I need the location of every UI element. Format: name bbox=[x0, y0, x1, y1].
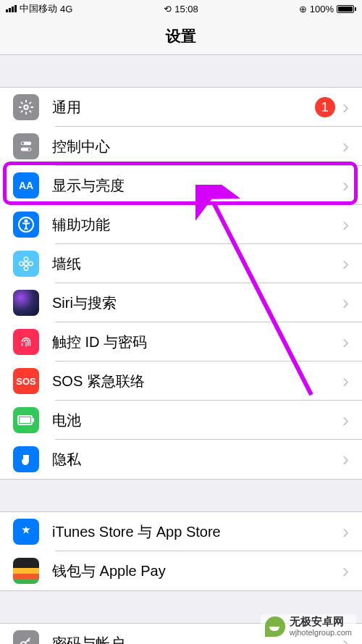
chevron-right-icon: › bbox=[342, 371, 349, 391]
chevron-right-icon: › bbox=[342, 522, 349, 542]
battery-pct-label: 100% bbox=[310, 4, 334, 14]
settings-group-2: iTunes Store 与 App Store › 钱包与 Apple Pay… bbox=[0, 511, 362, 591]
chevron-right-icon: › bbox=[342, 136, 349, 156]
watermark: 无极安卓网 wjhotelgroup.com bbox=[261, 614, 356, 638]
row-label: 电池 bbox=[52, 411, 342, 430]
time-label: 15:08 bbox=[174, 4, 198, 14]
status-left: 中国移动 4G bbox=[6, 2, 72, 15]
status-right: ⊕ 100% bbox=[299, 4, 356, 14]
battery-icon bbox=[337, 5, 356, 13]
text-size-icon: AA bbox=[13, 172, 39, 198]
watermark-logo-icon bbox=[265, 616, 285, 637]
row-label: iTunes Store 与 App Store bbox=[52, 522, 342, 542]
hand-icon bbox=[13, 446, 39, 472]
siri-icon bbox=[13, 290, 39, 316]
orientation-lock-icon: ⊕ bbox=[299, 4, 307, 14]
wallet-icon bbox=[13, 558, 39, 584]
row-label: 辅助功能 bbox=[52, 215, 342, 235]
battery-settings-icon bbox=[13, 407, 39, 433]
svg-point-8 bbox=[24, 257, 28, 262]
row-label: SOS 紧急联络 bbox=[52, 372, 342, 391]
row-siri-search[interactable]: Siri与搜索 › bbox=[0, 283, 362, 322]
flower-icon bbox=[13, 251, 39, 277]
svg-rect-14 bbox=[33, 418, 34, 422]
carrier-label: 中国移动 bbox=[20, 2, 57, 15]
chevron-right-icon: › bbox=[342, 97, 349, 117]
notification-badge: 1 bbox=[315, 97, 335, 117]
nav-bar: 设置 bbox=[0, 17, 362, 55]
appstore-icon bbox=[13, 519, 39, 545]
row-sos[interactable]: SOS SOS 紧急联络 › bbox=[0, 361, 362, 401]
chevron-right-icon: › bbox=[342, 214, 349, 235]
svg-point-9 bbox=[24, 267, 28, 271]
watermark-main: 无极安卓网 bbox=[290, 616, 352, 628]
row-label: 墙纸 bbox=[52, 254, 342, 274]
row-label: Siri与搜索 bbox=[52, 293, 342, 313]
fingerprint-icon bbox=[13, 329, 39, 355]
row-touchid-passcode[interactable]: 触控 ID 与密码 › bbox=[0, 322, 362, 361]
row-display-brightness[interactable]: AA 显示与亮度 › bbox=[0, 166, 362, 205]
row-wallpaper[interactable]: 墙纸 › bbox=[0, 244, 362, 283]
key-icon bbox=[13, 630, 39, 644]
gear-icon bbox=[13, 94, 39, 120]
hotspot-icon: ⟲ bbox=[164, 4, 172, 14]
row-label: 隐私 bbox=[52, 450, 342, 469]
row-itunes-appstore[interactable]: iTunes Store 与 App Store › bbox=[0, 512, 362, 551]
row-label: 通用 bbox=[52, 98, 315, 117]
chevron-right-icon: › bbox=[342, 332, 349, 352]
chevron-right-icon: › bbox=[342, 175, 349, 196]
page-title: 设置 bbox=[166, 26, 196, 46]
settings-group-1: 通用 1 › 控制中心 › AA 显示与亮度 › 辅助功能 › 墙纸 › Sir… bbox=[0, 87, 362, 480]
svg-point-10 bbox=[20, 262, 23, 266]
chevron-right-icon: › bbox=[342, 561, 349, 581]
svg-point-11 bbox=[29, 262, 33, 266]
svg-point-0 bbox=[24, 105, 28, 109]
settings-content[interactable]: 通用 1 › 控制中心 › AA 显示与亮度 › 辅助功能 › 墙纸 › Sir… bbox=[0, 55, 362, 644]
accessibility-icon bbox=[13, 212, 39, 238]
row-battery[interactable]: 电池 › bbox=[0, 401, 362, 440]
svg-point-2 bbox=[22, 142, 25, 145]
status-bar: 中国移动 4G ⟲ 15:08 ⊕ 100% bbox=[0, 0, 362, 17]
svg-point-7 bbox=[24, 262, 28, 266]
row-privacy[interactable]: 隐私 › bbox=[0, 440, 362, 479]
watermark-sub: wjhotelgroup.com bbox=[290, 628, 352, 637]
row-label: 控制中心 bbox=[52, 137, 342, 156]
svg-rect-13 bbox=[20, 417, 30, 423]
status-center: ⟲ 15:08 bbox=[164, 4, 198, 14]
row-accessibility[interactable]: 辅助功能 › bbox=[0, 205, 362, 244]
row-label: 触控 ID 与密码 bbox=[52, 333, 342, 352]
chevron-right-icon: › bbox=[342, 410, 349, 430]
chevron-right-icon: › bbox=[342, 254, 349, 274]
row-general[interactable]: 通用 1 › bbox=[0, 88, 362, 127]
svg-point-4 bbox=[28, 148, 31, 151]
row-label: 显示与亮度 bbox=[52, 176, 342, 196]
chevron-right-icon: › bbox=[342, 449, 349, 469]
row-wallet-applepay[interactable]: 钱包与 Apple Pay › bbox=[0, 551, 362, 590]
row-label: 钱包与 Apple Pay bbox=[52, 561, 342, 581]
svg-point-6 bbox=[25, 220, 28, 222]
network-label: 4G bbox=[60, 4, 72, 14]
row-control-center[interactable]: 控制中心 › bbox=[0, 127, 362, 166]
chevron-right-icon: › bbox=[342, 293, 349, 313]
signal-icon bbox=[6, 5, 17, 12]
switches-icon bbox=[13, 133, 39, 159]
sos-icon: SOS bbox=[13, 368, 39, 394]
